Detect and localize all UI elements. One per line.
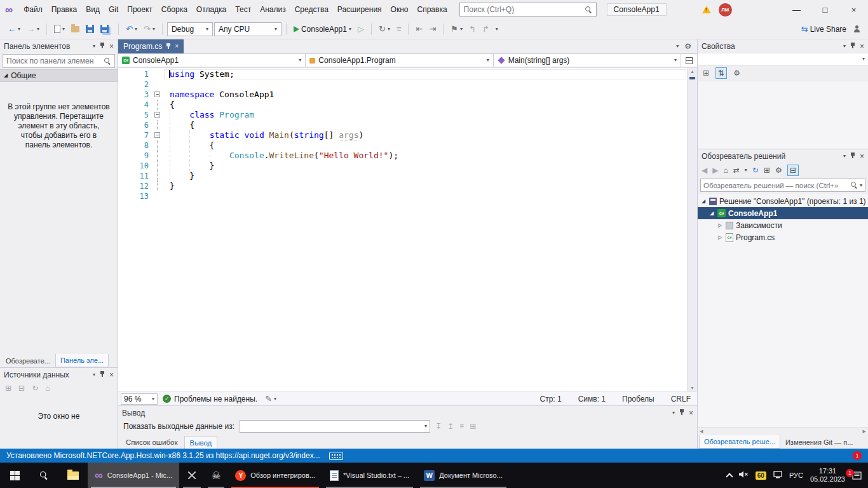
chevron-down-icon[interactable]: ▾ xyxy=(93,44,95,49)
toolbox-search-box[interactable] xyxy=(3,54,115,68)
hot-reload-button[interactable]: ↻▾ xyxy=(376,23,393,35)
home-icon[interactable]: ⌂ xyxy=(723,166,728,175)
categorized-icon[interactable]: ⊞ xyxy=(703,69,709,78)
solution-horizontal-scrollbar[interactable]: ◀ ▶ xyxy=(698,427,868,435)
code-line-10[interactable]: 10 } xyxy=(118,161,697,171)
taskbar-app-notepad[interactable]: *Visual Studio.txt – ... xyxy=(323,463,416,488)
code-line-9[interactable]: 9 Console.WriteLine("Hello World!"); xyxy=(118,151,697,161)
taskbar-app-yandex[interactable]: YОбзор интегриров... xyxy=(228,463,322,488)
menu-item-4[interactable]: Проект xyxy=(123,3,157,16)
code-editor[interactable]: 1using System;23−namespace ConsoleApp14{… xyxy=(118,68,697,391)
menu-item-1[interactable]: Правка xyxy=(47,3,82,16)
taskbar-app-vs[interactable]: ∞ConsoleApp1 - Mic... xyxy=(88,463,179,488)
start-debugging-button[interactable]: ConsoleApp1▾ xyxy=(291,23,354,36)
collapse-region-icon[interactable]: − xyxy=(154,92,160,97)
line-number[interactable]: 9 xyxy=(118,151,153,161)
forward-icon[interactable]: ▶ xyxy=(712,166,718,175)
code-line-6[interactable]: 6 { xyxy=(118,120,697,130)
collapse-region-icon[interactable]: − xyxy=(154,132,160,138)
menu-item-12[interactable]: Справка xyxy=(413,3,452,16)
chevron-down-icon[interactable]: ▾ xyxy=(93,372,95,377)
solution-configuration-dropdown[interactable]: Debug▾ xyxy=(167,22,213,36)
document-list-chevron-icon[interactable]: ▾ xyxy=(676,44,679,49)
status-column[interactable]: Симв: 1 xyxy=(578,395,606,403)
status-eol[interactable]: CRLF xyxy=(671,395,691,403)
back-icon[interactable]: ◀ xyxy=(702,166,707,175)
redo-button[interactable]: ↷▾ xyxy=(141,23,158,35)
code-cleanup-button[interactable]: ✎ ▾ xyxy=(262,393,279,405)
undo-button[interactable]: ↶▾ xyxy=(123,23,140,35)
project-dropdown[interactable]: C# ConsoleApp1 ▾ xyxy=(118,53,306,67)
pin-icon[interactable] xyxy=(166,43,171,50)
menu-item-9[interactable]: Средства xyxy=(290,3,333,16)
keyboard-language-indicator[interactable]: РУС xyxy=(789,471,803,479)
keyboard-icon[interactable] xyxy=(329,452,343,460)
line-number[interactable]: 2 xyxy=(118,79,153,90)
output-source-dropdown[interactable]: ▾ xyxy=(240,420,430,433)
tree-item-3[interactable]: ▷C#Program.cs xyxy=(698,231,868,243)
quick-search-box[interactable] xyxy=(459,3,597,17)
home-icon[interactable]: ⌂ xyxy=(45,384,50,393)
output-header[interactable]: Вывод ▾ × xyxy=(118,406,697,419)
navigate-back-button[interactable]: ←▾ xyxy=(5,23,23,35)
menu-item-2[interactable]: Вид xyxy=(81,3,104,16)
zoom-dropdown[interactable]: 96 % ▾ xyxy=(121,393,158,405)
chevron-down-icon[interactable]: ▾ xyxy=(843,154,846,159)
volume-muted-icon[interactable] xyxy=(739,471,749,480)
show-hidden-icons-chevron[interactable] xyxy=(726,473,733,480)
save-button[interactable] xyxy=(83,23,97,35)
close-icon[interactable]: × xyxy=(109,370,114,379)
menu-item-11[interactable]: Окно xyxy=(386,3,413,16)
menu-item-6[interactable]: Отладка xyxy=(192,3,231,16)
tree-closed-arrow-icon[interactable]: ▷ xyxy=(717,235,723,240)
menu-item-8[interactable]: Анализ xyxy=(255,3,290,16)
quick-search-input[interactable] xyxy=(464,5,583,14)
tab-toolbox[interactable]: Панель эле... xyxy=(55,354,109,367)
chevron-down-icon[interactable]: ▾ xyxy=(745,168,747,173)
tree-open-arrow-icon[interactable]: ◢ xyxy=(700,199,707,204)
action-center-button[interactable]: 1 xyxy=(852,471,862,480)
line-number[interactable]: 7 xyxy=(118,130,153,140)
taskbar-clock[interactable]: 17:31 05.02.2023 xyxy=(810,467,845,484)
code-line-2[interactable]: 2 xyxy=(118,79,697,90)
pin-icon[interactable] xyxy=(100,371,105,378)
refresh-icon[interactable]: ↻ xyxy=(752,166,759,175)
chevron-down-icon[interactable]: ▾ xyxy=(672,410,675,416)
code-line-1[interactable]: 1using System; xyxy=(118,69,697,79)
split-editor-button[interactable] xyxy=(681,53,697,67)
toolbox-search-input[interactable] xyxy=(6,57,104,65)
status-spaces[interactable]: Пробелы xyxy=(622,395,654,403)
close-icon[interactable]: × xyxy=(860,152,864,161)
alphabetical-sort-icon[interactable]: ⇅ xyxy=(715,67,727,79)
close-button[interactable]: × xyxy=(839,0,868,19)
menu-item-3[interactable]: Git xyxy=(104,3,123,16)
scroll-right-icon[interactable]: ▶ xyxy=(863,429,866,434)
break-all-button[interactable]: ≡ xyxy=(394,23,404,35)
tree-item-0[interactable]: ◢Решение "ConsoleApp1" (проекты: 1 из 1) xyxy=(698,195,868,207)
collapse-icon[interactable]: ⊟ xyxy=(18,384,25,393)
line-number[interactable]: 1 xyxy=(118,69,153,79)
scroll-up-icon[interactable]: ▲ xyxy=(690,69,695,74)
editor-scrollbar[interactable]: ▲ ▼ xyxy=(687,68,697,391)
close-icon[interactable]: × xyxy=(689,409,693,417)
clear-all-icon[interactable]: ⊞ xyxy=(470,422,476,431)
line-number[interactable]: 11 xyxy=(118,171,153,181)
line-number[interactable]: 12 xyxy=(118,181,153,191)
sync-with-active-document-icon[interactable]: ⇄ xyxy=(733,166,740,175)
file-explorer-button[interactable] xyxy=(58,463,88,488)
live-share-button[interactable]: ⇆Live Share xyxy=(799,23,849,36)
pin-icon[interactable] xyxy=(850,152,855,159)
code-line-7[interactable]: 7− static void Main(string[] args) xyxy=(118,130,697,140)
solution-platform-dropdown[interactable]: Any CPU▾ xyxy=(214,22,281,36)
close-icon[interactable]: × xyxy=(175,43,179,50)
find-previous-icon[interactable]: ↥ xyxy=(447,422,454,431)
navigate-forward-button[interactable]: →▾ xyxy=(24,23,42,35)
pin-icon[interactable] xyxy=(850,43,855,50)
start-button[interactable] xyxy=(0,463,29,488)
properties-object-dropdown[interactable]: ▾ xyxy=(698,53,868,65)
status-line[interactable]: Стр: 1 xyxy=(540,395,562,403)
menu-item-7[interactable]: Тест xyxy=(231,3,255,16)
code-health-indicator[interactable]: ✓ Проблемы не найдены. xyxy=(163,395,257,403)
member-dropdown[interactable]: Main(string[] args) ▾ xyxy=(493,53,681,67)
indent-increase-button[interactable]: ⇥ xyxy=(426,23,438,35)
